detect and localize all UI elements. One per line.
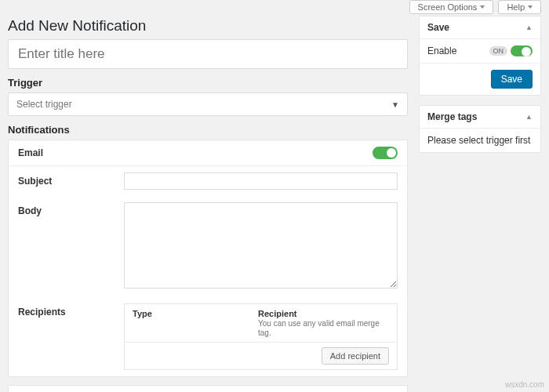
recipients-hint: You can use any valid email merge tag. [258,319,380,337]
body-textarea[interactable] [124,202,398,289]
subject-input[interactable] [124,172,398,190]
recipients-table: Type Recipient You can use any valid ema… [124,303,398,370]
caret-down-icon [480,5,485,9]
trigger-section-label: Trigger [8,77,408,89]
email-toggle[interactable] [373,147,398,159]
notifications-section-label: Notifications [8,124,408,136]
save-button[interactable]: Save [491,70,533,89]
help-label: Help [507,2,525,12]
page-title: Add New Notification [8,17,408,34]
chevron-down-icon: ▼ [391,100,399,109]
webhook-notification-panel: Webhook [8,385,408,392]
trigger-select[interactable]: Select trigger ▼ [8,93,408,116]
save-panel: Save ▲ Enable ON Save [419,16,541,96]
email-panel-title: Email [18,147,43,158]
screen-options-button[interactable]: Screen Options [409,0,494,14]
watermark: wsxdn.com [505,380,544,389]
trigger-placeholder: Select trigger [16,99,72,110]
caret-up-icon[interactable]: ▲ [525,113,533,121]
merge-tags-panel: Merge tags ▲ Please select trigger first [419,105,541,153]
subject-label: Subject [18,172,124,187]
recipients-recipient-header: Recipient [258,309,389,318]
merge-tags-title: Merge tags [427,111,477,122]
title-input[interactable] [8,39,408,69]
recipients-type-header: Type [133,309,258,337]
merge-tags-hint: Please select trigger first [420,129,540,152]
email-notification-panel: Email Subject Body Recipients Type [8,140,408,377]
add-recipient-button[interactable]: Add recipient [322,347,389,365]
help-button[interactable]: Help [498,0,541,14]
save-panel-title: Save [427,22,449,33]
caret-up-icon[interactable]: ▲ [525,24,533,31]
caret-down-icon [528,5,533,9]
screen-options-label: Screen Options [418,2,478,12]
recipients-label: Recipients [18,303,124,318]
on-badge: ON [489,46,508,56]
enable-toggle[interactable] [511,45,533,56]
body-label: Body [18,202,124,216]
enable-label: Enable [427,45,456,56]
